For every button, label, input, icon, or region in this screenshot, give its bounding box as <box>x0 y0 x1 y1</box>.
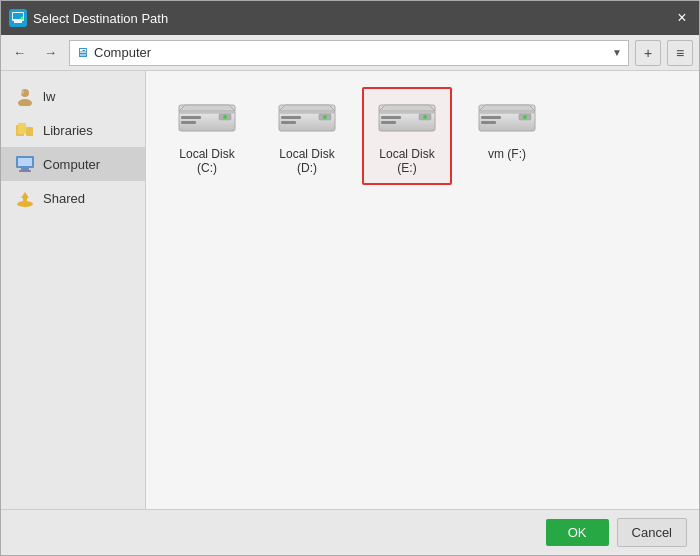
svg-rect-19 <box>181 116 201 119</box>
svg-point-3 <box>21 17 24 20</box>
file-item-c-label: Local Disk (C:) <box>170 147 244 175</box>
sidebar-item-libraries-label: Libraries <box>43 123 93 138</box>
svg-marker-30 <box>279 105 335 111</box>
dialog-title: Select Destination Path <box>33 11 168 26</box>
ok-button[interactable]: OK <box>546 519 609 546</box>
sidebar-item-lw[interactable]: lw <box>1 79 145 113</box>
shared-icon <box>15 188 35 208</box>
svg-rect-20 <box>181 121 196 124</box>
select-destination-dialog: Select Destination Path × ← → 🖥 Computer… <box>0 0 700 556</box>
drive-icon-d <box>275 97 339 141</box>
drive-icon-f <box>475 97 539 141</box>
svg-rect-11 <box>18 158 32 166</box>
nav-bar: ← → 🖥 Computer ▼ + ≡ <box>1 35 699 71</box>
svg-point-36 <box>423 115 427 119</box>
sidebar: lw Libraries <box>1 71 146 509</box>
file-item-c[interactable]: Local Disk (C:) <box>162 87 252 185</box>
title-bar-left: Select Destination Path <box>9 9 168 27</box>
svg-point-22 <box>223 115 227 119</box>
sidebar-item-lw-label: lw <box>43 89 55 104</box>
computer-icon <box>15 154 35 174</box>
svg-rect-41 <box>481 121 496 124</box>
file-item-f[interactable]: vm (F:) <box>462 87 552 185</box>
view-toggle-button[interactable]: ≡ <box>667 40 693 66</box>
svg-rect-9 <box>26 127 33 136</box>
forward-button[interactable]: → <box>38 42 63 63</box>
close-button[interactable]: × <box>673 9 691 27</box>
svg-point-5 <box>18 99 32 106</box>
libraries-icon <box>15 120 35 140</box>
svg-rect-40 <box>481 116 501 119</box>
svg-rect-12 <box>21 168 29 170</box>
title-bar: Select Destination Path × <box>1 1 699 35</box>
new-folder-button[interactable]: + <box>635 40 661 66</box>
file-item-d-label: Local Disk (D:) <box>270 147 344 175</box>
svg-rect-33 <box>381 116 401 119</box>
cancel-button[interactable]: Cancel <box>617 518 687 547</box>
file-item-d[interactable]: Local Disk (D:) <box>262 87 352 185</box>
file-item-f-label: vm (F:) <box>488 147 526 161</box>
svg-marker-23 <box>179 105 235 111</box>
svg-marker-37 <box>379 105 435 111</box>
sidebar-item-computer[interactable]: Computer <box>1 147 145 181</box>
address-dropdown-icon[interactable]: ▼ <box>612 47 622 58</box>
svg-point-43 <box>523 115 527 119</box>
file-item-e-label: Local Disk (E:) <box>370 147 444 175</box>
svg-rect-26 <box>281 116 301 119</box>
svg-rect-27 <box>281 121 296 124</box>
svg-rect-8 <box>18 123 26 134</box>
sidebar-item-shared-label: Shared <box>43 191 85 206</box>
sidebar-item-computer-label: Computer <box>43 157 100 172</box>
drive-icon-e <box>375 97 439 141</box>
svg-rect-1 <box>14 21 22 23</box>
dialog-icon <box>9 9 27 27</box>
drive-icon-c <box>175 97 239 141</box>
address-text: Computer <box>94 45 607 60</box>
sidebar-item-shared[interactable]: Shared <box>1 181 145 215</box>
svg-point-14 <box>17 201 33 207</box>
main-content: lw Libraries <box>1 71 699 509</box>
svg-rect-16 <box>23 196 27 201</box>
svg-rect-34 <box>381 121 396 124</box>
user-icon <box>15 86 35 106</box>
address-icon: 🖥 <box>76 45 89 60</box>
svg-point-29 <box>323 115 327 119</box>
back-button[interactable]: ← <box>7 42 32 63</box>
svg-rect-13 <box>19 170 31 172</box>
svg-point-6 <box>20 90 24 94</box>
file-item-e[interactable]: Local Disk (E:) <box>362 87 452 185</box>
svg-marker-44 <box>479 105 535 111</box>
footer: OK Cancel <box>1 509 699 555</box>
sidebar-item-libraries[interactable]: Libraries <box>1 113 145 147</box>
file-area: Local Disk (C:) <box>146 71 699 509</box>
address-bar[interactable]: 🖥 Computer ▼ <box>69 40 629 66</box>
